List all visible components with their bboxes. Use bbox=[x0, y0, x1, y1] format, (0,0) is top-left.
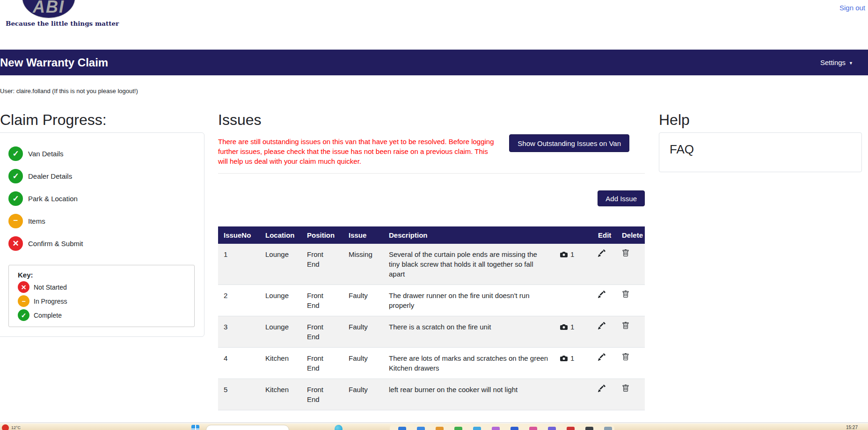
claim-progress-panel: Claim Progress: ✓ Van Details ✓ Dealer D… bbox=[0, 111, 211, 430]
pencil-icon bbox=[598, 322, 605, 329]
edit-button[interactable] bbox=[598, 385, 605, 393]
settings-menu[interactable]: Settings ▼ bbox=[820, 58, 853, 66]
taskbar-clock: 15:27 bbox=[846, 425, 858, 430]
cell-issue: Missing bbox=[343, 244, 383, 285]
issues-table: IssueNo Location Position Issue Descript… bbox=[218, 226, 645, 410]
edit-button[interactable] bbox=[598, 353, 605, 362]
taskbar-search-input[interactable] bbox=[206, 425, 289, 430]
claim-progress-heading: Claim Progress: bbox=[0, 111, 211, 129]
taskbar-app-icon[interactable] bbox=[473, 427, 481, 430]
faq-section[interactable]: FAQ bbox=[659, 132, 862, 172]
add-issue-button[interactable]: Add Issue bbox=[598, 190, 645, 206]
delete-button[interactable] bbox=[622, 322, 629, 330]
cell-position: Front End bbox=[301, 316, 343, 348]
help-heading: Help bbox=[659, 111, 862, 129]
table-row: 1 Lounge Front End Missing Several of th… bbox=[218, 244, 645, 285]
cell-photos bbox=[554, 379, 592, 410]
camera-icon bbox=[560, 355, 568, 362]
trash-icon bbox=[622, 291, 629, 298]
taskbar-app-icon[interactable] bbox=[529, 427, 537, 430]
cell-description: There are lots of marks and scratches on… bbox=[383, 348, 554, 379]
weather-icon[interactable] bbox=[2, 424, 9, 430]
taskbar-app-icon[interactable] bbox=[567, 427, 575, 430]
key-item: ✓ Complete bbox=[18, 309, 194, 321]
abi-logo-text: ABI bbox=[33, 0, 65, 15]
delete-button[interactable] bbox=[622, 353, 629, 362]
edit-button[interactable] bbox=[598, 249, 605, 258]
delete-button[interactable] bbox=[622, 291, 629, 299]
divider bbox=[218, 173, 645, 174]
table-row: 5 Kitchen Front End Faulty left rear bur… bbox=[218, 379, 645, 410]
progress-step: ✓ Van Details bbox=[8, 146, 204, 161]
cell-position: Front End bbox=[301, 285, 343, 316]
taskbar-app-icon[interactable] bbox=[417, 427, 425, 430]
cell-description: There is a scratch on the fire unit bbox=[383, 316, 554, 348]
cell-location: Lounge bbox=[260, 285, 301, 316]
cell-description: Several of the curtain pole ends are mis… bbox=[383, 244, 554, 285]
progress-step-label: Dealer Details bbox=[28, 172, 72, 180]
taskbar-app-icon[interactable] bbox=[604, 427, 612, 430]
cell-issueno: 3 bbox=[218, 316, 260, 348]
table-row: 2 Lounge Front End Faulty The drawer run… bbox=[218, 285, 645, 316]
cell-position: Front End bbox=[301, 244, 343, 285]
taskbar-app-icon[interactable] bbox=[398, 427, 406, 430]
delete-button[interactable] bbox=[622, 385, 629, 393]
taskbar-app-icon[interactable] bbox=[492, 427, 500, 430]
main-content: Claim Progress: ✓ Van Details ✓ Dealer D… bbox=[0, 111, 868, 430]
table-row: 4 Kitchen Front End Faulty There are lot… bbox=[218, 348, 645, 379]
cell-position: Front End bbox=[301, 379, 343, 410]
chevron-down-icon: ▼ bbox=[849, 61, 853, 66]
cell-delete bbox=[616, 379, 645, 410]
trash-icon bbox=[622, 249, 629, 257]
taskbar-app-icon[interactable] bbox=[454, 427, 462, 430]
taskbar-app-icon[interactable] bbox=[548, 427, 556, 430]
col-location: Location bbox=[260, 226, 301, 244]
edit-button[interactable] bbox=[598, 291, 605, 299]
status-circle-icon: ✓ bbox=[18, 309, 29, 321]
cell-photos: 1 bbox=[554, 244, 592, 285]
sign-out-link[interactable]: Sign out bbox=[839, 4, 865, 12]
cell-position: Front End bbox=[301, 348, 343, 379]
browser-icon[interactable] bbox=[335, 425, 343, 430]
page-title: New Warranty Claim bbox=[0, 56, 108, 69]
logo-tagline: Because the little things matter bbox=[6, 20, 119, 27]
col-description: Description bbox=[383, 226, 554, 244]
progress-step: ✕ Confirm & Submit bbox=[8, 236, 204, 251]
cell-location: Kitchen bbox=[260, 379, 301, 410]
status-circle-icon: ✕ bbox=[18, 281, 29, 293]
camera-icon bbox=[560, 323, 568, 331]
issues-panel: Issues There are still outstanding issue… bbox=[218, 111, 645, 430]
status-circle-icon: − bbox=[18, 295, 29, 307]
show-outstanding-issues-button[interactable]: Show Outstanding Issues on Van bbox=[509, 134, 629, 152]
progress-step-label: Park & Location bbox=[28, 195, 78, 203]
edit-button[interactable] bbox=[598, 322, 605, 330]
cell-delete bbox=[616, 348, 645, 379]
cell-delete bbox=[616, 285, 645, 316]
table-row: 3 Lounge Front End Faulty There is a scr… bbox=[218, 316, 645, 348]
col-issue: Issue bbox=[343, 226, 383, 244]
progress-step: ✓ Park & Location bbox=[8, 191, 204, 206]
taskbar-app-icon[interactable] bbox=[436, 427, 444, 430]
cell-issueno: 2 bbox=[218, 285, 260, 316]
progress-step: − Items bbox=[8, 213, 204, 228]
user-line: User: claire.folland (If this is not you… bbox=[0, 87, 868, 95]
add-issue-row: Add Issue bbox=[218, 190, 645, 206]
pencil-icon bbox=[598, 249, 605, 257]
delete-button[interactable] bbox=[622, 249, 629, 258]
key-item: ✕ Not Started bbox=[18, 281, 194, 293]
col-photos bbox=[554, 226, 592, 244]
help-panel: Help FAQ bbox=[659, 111, 862, 430]
photo-indicator: 1 bbox=[560, 322, 587, 332]
issues-table-body: 1 Lounge Front End Missing Several of th… bbox=[218, 244, 645, 410]
start-button-icon[interactable] bbox=[191, 425, 199, 430]
taskbar-app-icon[interactable] bbox=[585, 427, 593, 430]
cell-location: Lounge bbox=[260, 244, 301, 285]
os-taskbar: 12°C 15:27 bbox=[0, 423, 868, 430]
key-box: Key: ✕ Not Started − In Progress ✓ Compl… bbox=[8, 265, 195, 327]
key-items: ✕ Not Started − In Progress ✓ Complete bbox=[18, 281, 194, 321]
cell-issueno: 5 bbox=[218, 379, 260, 410]
progress-step-label: Confirm & Submit bbox=[28, 240, 83, 248]
taskbar-app-icon[interactable] bbox=[511, 427, 518, 430]
progress-steps: ✓ Van Details ✓ Dealer Details ✓ Park & … bbox=[8, 146, 204, 251]
col-issueno: IssueNo bbox=[218, 226, 260, 244]
